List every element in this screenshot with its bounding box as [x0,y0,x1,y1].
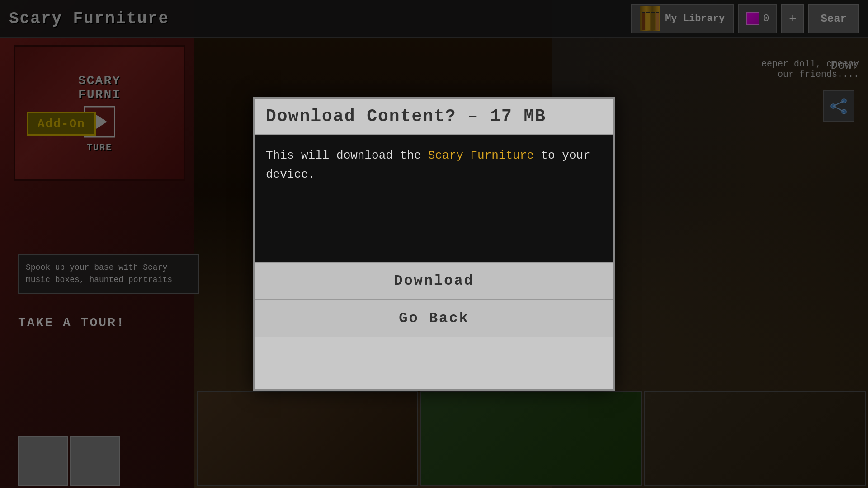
modal-overlay: Download Content? – 17 MB This will down… [0,0,868,488]
download-button[interactable]: Download [255,262,613,299]
modal-message-part1: This will download the [266,149,428,162]
modal-header: Download Content? – 17 MB [255,99,613,135]
go-back-button[interactable]: Go Back [255,299,613,337]
modal-content: This will download the Scary Furniture t… [255,135,613,262]
modal-message: This will download the Scary Furniture t… [266,146,602,184]
download-modal: Download Content? – 17 MB This will down… [253,97,615,391]
modal-buttons: Download Go Back [255,262,613,337]
modal-highlighted-name: Scary Furniture [428,149,534,162]
modal-title: Download Content? – 17 MB [266,107,602,126]
